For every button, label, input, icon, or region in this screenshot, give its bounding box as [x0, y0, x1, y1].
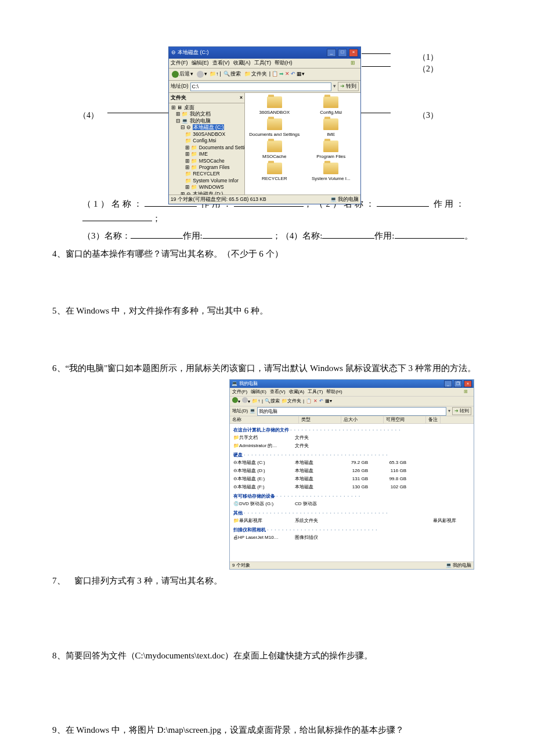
- col-note[interactable]: 备注: [426, 416, 441, 423]
- menu-file[interactable]: 文件(F): [171, 59, 188, 67]
- tree-node[interactable]: ⊞ 🖥 桌面: [171, 105, 243, 111]
- go-button[interactable]: ➔转到: [338, 82, 359, 91]
- minimize-button[interactable]: _: [327, 49, 336, 57]
- f2-menu-file[interactable]: 文件(F): [232, 388, 247, 395]
- address-bar: 地址(D) ▾ ➔转到: [169, 81, 360, 93]
- f2-status-right: 💻 我的电脑: [446, 562, 471, 569]
- f2-title-bar[interactable]: 💻 我的电脑 _ ❐ ×: [230, 380, 474, 388]
- figure-1: （1） （2） （3） （4） ⊖ 本地磁盘 (C:) _ □ × 文件(F) …: [113, 46, 421, 192]
- close-button[interactable]: ×: [349, 49, 358, 57]
- f2-menu-view[interactable]: 查看(V): [270, 388, 286, 395]
- copy-icon[interactable]: 📋: [272, 70, 278, 78]
- f2-undo-icon[interactable]: ↶: [319, 398, 323, 405]
- f2-menu-fav[interactable]: 收藏(A): [289, 388, 305, 395]
- undo-icon[interactable]: ↶: [291, 70, 295, 78]
- f2-menu-bar: 文件(F) 编辑(E) 查看(V) 收藏(A) 工具(T) 帮助(H) ⊞: [230, 388, 474, 397]
- col-size[interactable]: 总大小: [341, 416, 384, 423]
- f2-go-button[interactable]: ➔转到: [452, 407, 471, 415]
- menu-view[interactable]: 查看(V): [212, 59, 230, 67]
- title-bar[interactable]: ⊖ 本地磁盘 (C:) _ □ ×: [169, 47, 360, 59]
- views-icon[interactable]: ▦▾: [297, 70, 305, 78]
- f2-columns: 名称 类型 总大小 可用空间 备注: [230, 416, 474, 424]
- question-9: 9、在 Windows 中，将图片 D:\map\screen.jpg，设置成桌…: [52, 723, 482, 737]
- folders-button[interactable]: 📁文件夹: [243, 70, 268, 78]
- f2-delete-icon[interactable]: ✕: [313, 398, 317, 405]
- list-item[interactable]: 💿DVD 驱动器 (G:)CD 驱动器: [233, 500, 470, 508]
- f2-address-input[interactable]: [257, 407, 446, 416]
- sec-other: 其他: [233, 510, 243, 516]
- f2-minimize[interactable]: _: [444, 380, 452, 387]
- f2-close[interactable]: ×: [464, 380, 472, 387]
- col-free[interactable]: 可用空间: [384, 416, 426, 423]
- f2-body: 在这台计算机上存储的文件 · · · · · · · · · · · · · ·…: [230, 424, 474, 561]
- menu-help[interactable]: 帮助(H): [275, 59, 293, 67]
- f2-views-icon[interactable]: ▦▾: [325, 398, 332, 405]
- tree-node[interactable]: ⊞ 📁 Documents and Setti: [171, 145, 243, 151]
- f2-restore[interactable]: ❐: [454, 380, 462, 387]
- f2-toolbar: ▾ ▾ 📁↑ | 🔍搜索 📁文件夹 | 📋 ✕ ↶ ▦▾: [230, 397, 474, 406]
- f2-addr-label: 地址(D): [232, 408, 248, 415]
- list-item[interactable]: ⊖本地磁盘 (C:)本地磁盘79.2 GB65.3 GB: [233, 459, 470, 467]
- list-item[interactable]: ⊖本地磁盘 (E:)本地磁盘131 GB99.8 GB: [233, 475, 470, 483]
- f2-menu-edit[interactable]: 编辑(E): [251, 388, 266, 395]
- f2-search[interactable]: 🔍搜索: [265, 398, 280, 405]
- list-item[interactable]: 📁Administrator 的…文件夹: [233, 442, 470, 450]
- sec-hdd: 硬盘: [233, 452, 243, 458]
- tree-node[interactable]: ⊟ 💻 我的电脑: [171, 118, 243, 124]
- computer-icon: 💻: [232, 380, 237, 387]
- folder-item[interactable]: MSOCache: [247, 141, 302, 160]
- f2-menu-tools[interactable]: 工具(T): [308, 388, 323, 395]
- folder-item[interactable]: IME: [304, 118, 359, 138]
- f2-folders[interactable]: 📁文件夹: [282, 398, 301, 405]
- f2-up-icon[interactable]: 📁↑: [252, 398, 260, 405]
- folder-item[interactable]: System Volume I...: [304, 163, 359, 182]
- up-icon[interactable]: 📁↑: [210, 70, 219, 78]
- tree-node[interactable]: ⊞ 📁 我的文档: [171, 111, 243, 117]
- list-item[interactable]: ⊖本地磁盘 (D:)本地磁盘126 GB116 GB: [233, 467, 470, 475]
- status-right: 💻 我的电脑: [330, 196, 359, 203]
- tree-node[interactable]: 📁 Config.Msi: [171, 138, 243, 144]
- folders-panel: 文件夹 × ⊞ 🖥 桌面⊞ 📁 我的文档⊟ 💻 我的电脑⊟ ⊖ 本地磁盘 (C:…: [169, 93, 245, 195]
- folder-item[interactable]: Config.Msi: [304, 96, 359, 116]
- f2-copy-icon[interactable]: 📋: [306, 398, 312, 405]
- forward-button[interactable]: ▾: [196, 70, 208, 78]
- tree-node[interactable]: ⊞ 📁 MSOCache: [171, 158, 243, 164]
- menu-edit[interactable]: 编辑(E): [192, 59, 209, 67]
- tree-node[interactable]: ⊞ ⊖ 本地磁盘 (D:): [171, 191, 243, 195]
- tree-node[interactable]: 📁 360SANDBOX: [171, 131, 243, 138]
- tree-node[interactable]: ⊟ ⊖ 本地磁盘 (C:): [171, 124, 243, 131]
- address-input[interactable]: [190, 82, 332, 91]
- list-item[interactable]: ⊖本地磁盘 (F:)本地磁盘130 GB102 GB: [233, 483, 470, 491]
- folder-item[interactable]: 360SANDBOX: [247, 96, 302, 116]
- tree-node[interactable]: 📁 RECYCLER: [171, 171, 243, 177]
- f2-fwd[interactable]: ▾: [242, 397, 250, 405]
- search-button[interactable]: 🔍搜索: [222, 70, 242, 78]
- menu-fav[interactable]: 收藏(A): [233, 59, 251, 67]
- tree-node[interactable]: ⊞ 📁 IME: [171, 151, 243, 157]
- col-name[interactable]: 名称: [230, 416, 299, 423]
- list-item[interactable]: 🖨HP LaserJet M10…图像扫描仪: [233, 534, 470, 542]
- delete-icon[interactable]: ✕: [285, 70, 290, 78]
- list-item[interactable]: 📁暴风影视库系统文件夹暴风影视库: [233, 517, 470, 525]
- tree-node[interactable]: ⊞ 📁 Program Files: [171, 164, 243, 171]
- folders-panel-title: 文件夹: [171, 94, 186, 102]
- tree-node[interactable]: 📁 System Volume Infor: [171, 178, 243, 184]
- drive-icon: ⊖: [171, 49, 176, 57]
- file-list[interactable]: 360SANDBOXConfig.MsiDocuments and Settin…: [245, 93, 360, 195]
- address-label: 地址(D): [171, 82, 189, 91]
- toolbar: 后退 ▾ ▾ 📁↑ | 🔍搜索 📁文件夹 | 📋 ➡ ✕ ↶ ▦▾: [169, 69, 360, 81]
- move-icon[interactable]: ➡: [279, 70, 284, 78]
- back-button[interactable]: 后退 ▾: [171, 70, 194, 78]
- folders-panel-close[interactable]: ×: [240, 94, 243, 102]
- folder-item[interactable]: Documents and Settings: [247, 118, 302, 138]
- maximize-button[interactable]: □: [338, 49, 347, 57]
- menu-tools[interactable]: 工具(T): [254, 59, 272, 67]
- f2-menu-help[interactable]: 帮助(H): [326, 388, 342, 395]
- folder-item[interactable]: RECYCLER: [247, 163, 302, 182]
- list-item[interactable]: 📁共享文档文件夹: [233, 434, 470, 442]
- status-bar: 19 个对象(可用磁盘空间: 65.5 GB) 613 KB 💻 我的电脑: [169, 195, 360, 204]
- folder-item[interactable]: Program Files: [304, 141, 359, 160]
- f2-back[interactable]: ▾: [232, 397, 240, 405]
- col-type[interactable]: 类型: [299, 416, 341, 423]
- tree-node[interactable]: ⊞ 📁 WINDOWS: [171, 184, 243, 190]
